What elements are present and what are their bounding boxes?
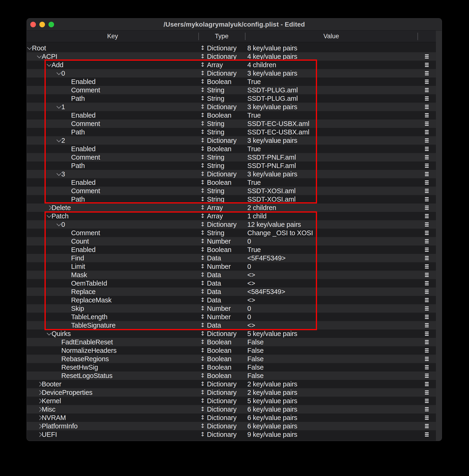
row-value-cell[interactable]: 6 key/value pairs [245, 413, 418, 422]
menu-icon[interactable] [425, 130, 429, 134]
row-value-cell[interactable]: SSDT-XOSI.aml [245, 187, 418, 195]
plist-row[interactable]: Booter↕Dictionary2 key/value pairs [27, 380, 436, 388]
type-stepper-icon[interactable]: ↕ [200, 346, 205, 355]
row-value-cell[interactable]: Change _OSI to XOSI [245, 229, 418, 237]
plist-row[interactable]: 2↕Dictionary3 key/value pairs [27, 136, 436, 145]
row-type-cell[interactable]: ↕Boolean [198, 338, 245, 346]
menu-icon[interactable] [425, 315, 429, 319]
menu-icon[interactable] [425, 180, 429, 185]
row-type-cell[interactable]: ↕Dictionary [198, 413, 245, 422]
type-stepper-icon[interactable]: ↕ [200, 296, 205, 304]
plist-row[interactable]: UEFI↕Dictionary9 key/value pairs [27, 430, 436, 439]
row-value-cell[interactable]: False [245, 363, 418, 372]
chevron-down-icon[interactable] [56, 70, 61, 75]
plist-row[interactable]: Path↕StringSSDT-EC-USBX.aml [27, 128, 436, 136]
plist-row[interactable]: Comment↕StringSSDT-PLUG.aml [27, 86, 436, 94]
row-value-cell[interactable]: 3 key/value pairs [245, 69, 418, 77]
type-stepper-icon[interactable]: ↕ [200, 380, 205, 388]
disclosure-toggle[interactable] [46, 332, 51, 336]
row-type-cell[interactable]: ↕Dictionary [198, 329, 245, 338]
row-value-cell[interactable]: 6 key/value pairs [245, 405, 418, 413]
row-value-cell[interactable]: 3 key/value pairs [245, 103, 418, 111]
row-value-cell[interactable]: True [245, 111, 418, 119]
menu-icon[interactable] [425, 323, 429, 327]
type-stepper-icon[interactable]: ↕ [200, 338, 205, 346]
row-value-cell[interactable]: True [245, 145, 418, 153]
type-stepper-icon[interactable]: ↕ [200, 69, 205, 77]
row-value-cell[interactable]: 4 children [245, 61, 418, 69]
row-type-cell[interactable]: ↕Boolean [198, 346, 245, 355]
type-stepper-icon[interactable]: ↕ [200, 212, 205, 220]
plist-row[interactable]: Enabled↕BooleanTrue [27, 77, 436, 86]
chevron-down-icon[interactable] [56, 221, 61, 226]
row-type-cell[interactable]: ↕Dictionary [198, 388, 245, 397]
row-type-cell[interactable]: ↕Number [198, 237, 245, 245]
row-value-cell[interactable]: 5 key/value pairs [245, 329, 418, 338]
type-stepper-icon[interactable]: ↕ [200, 388, 205, 397]
column-header-key[interactable]: Key [27, 31, 198, 42]
row-type-cell[interactable]: ↕Dictionary [198, 69, 245, 77]
plist-row[interactable]: OemTableId↕Data<> [27, 279, 436, 288]
type-stepper-icon[interactable]: ↕ [200, 119, 205, 128]
row-value-cell[interactable]: 5 key/value pairs [245, 397, 418, 405]
row-value-cell[interactable]: 6 key/value pairs [245, 422, 418, 430]
row-type-cell[interactable]: ↕Data [198, 321, 245, 329]
type-stepper-icon[interactable]: ↕ [200, 397, 205, 405]
menu-icon[interactable] [425, 231, 429, 235]
menu-icon[interactable] [425, 189, 429, 193]
type-stepper-icon[interactable]: ↕ [200, 254, 205, 262]
menu-icon[interactable] [425, 407, 429, 411]
plist-row[interactable]: NormalizeHeaders↕BooleanFalse [27, 346, 436, 355]
plist-row[interactable]: Limit↕Number0 [27, 262, 436, 271]
row-type-cell[interactable]: ↕Dictionary [198, 430, 245, 439]
row-value-cell[interactable]: 8 key/value pairs [245, 44, 418, 52]
row-type-cell[interactable]: ↕String [198, 128, 245, 136]
type-stepper-icon[interactable]: ↕ [200, 372, 205, 380]
menu-icon[interactable] [425, 273, 429, 277]
type-stepper-icon[interactable]: ↕ [200, 195, 205, 204]
row-type-cell[interactable]: ↕Data [198, 271, 245, 279]
menu-icon[interactable] [425, 357, 429, 361]
menu-icon[interactable] [425, 382, 429, 386]
row-type-cell[interactable]: ↕Array [198, 61, 245, 69]
row-value-cell[interactable]: 1 child [245, 212, 418, 220]
row-type-cell[interactable]: ↕Number [198, 313, 245, 321]
row-value-cell[interactable]: 0 [245, 237, 418, 245]
type-stepper-icon[interactable]: ↕ [200, 103, 205, 111]
menu-icon[interactable] [425, 256, 429, 260]
chevron-down-icon[interactable] [56, 137, 61, 142]
menu-icon[interactable] [425, 332, 429, 336]
plist-row[interactable]: 0↕Dictionary12 key/value pairs [27, 220, 436, 229]
type-stepper-icon[interactable]: ↕ [200, 145, 205, 153]
menu-icon[interactable] [425, 214, 429, 218]
menu-icon[interactable] [425, 289, 429, 294]
row-value-cell[interactable]: SSDT-PLUG.aml [245, 86, 418, 94]
plist-row[interactable]: TableSignature↕Data<> [27, 321, 436, 329]
disclosure-toggle[interactable] [37, 433, 42, 436]
plist-row[interactable]: ACPI↕Dictionary4 key/value pairs [27, 52, 436, 61]
row-type-cell[interactable]: ↕Data [198, 296, 245, 304]
disclosure-toggle[interactable] [37, 55, 42, 58]
plist-row[interactable]: Mask↕Data<> [27, 271, 436, 279]
type-stepper-icon[interactable]: ↕ [200, 262, 205, 271]
row-type-cell[interactable]: ↕Dictionary [198, 136, 245, 145]
menu-icon[interactable] [425, 365, 429, 369]
row-type-cell[interactable]: ↕Boolean [198, 145, 245, 153]
type-stepper-icon[interactable]: ↕ [200, 77, 205, 86]
row-value-cell[interactable]: 0 [245, 304, 418, 313]
row-type-cell[interactable]: ↕Boolean [198, 77, 245, 86]
chevron-down-icon[interactable] [56, 104, 61, 109]
row-type-cell[interactable]: ↕Array [198, 204, 245, 212]
plist-row[interactable]: Comment↕StringSSDT-EC-USBX.aml [27, 119, 436, 128]
type-stepper-icon[interactable]: ↕ [200, 187, 205, 195]
row-value-cell[interactable]: 2 key/value pairs [245, 380, 418, 388]
type-stepper-icon[interactable]: ↕ [200, 178, 205, 187]
type-stepper-icon[interactable]: ↕ [200, 422, 205, 430]
menu-icon[interactable] [425, 390, 429, 394]
disclosure-toggle[interactable] [46, 214, 51, 218]
row-type-cell[interactable]: ↕Boolean [198, 178, 245, 187]
menu-icon[interactable] [425, 399, 429, 403]
row-type-cell[interactable]: ↕Number [198, 304, 245, 313]
chevron-down-icon[interactable] [27, 45, 32, 50]
type-stepper-icon[interactable]: ↕ [200, 153, 205, 161]
